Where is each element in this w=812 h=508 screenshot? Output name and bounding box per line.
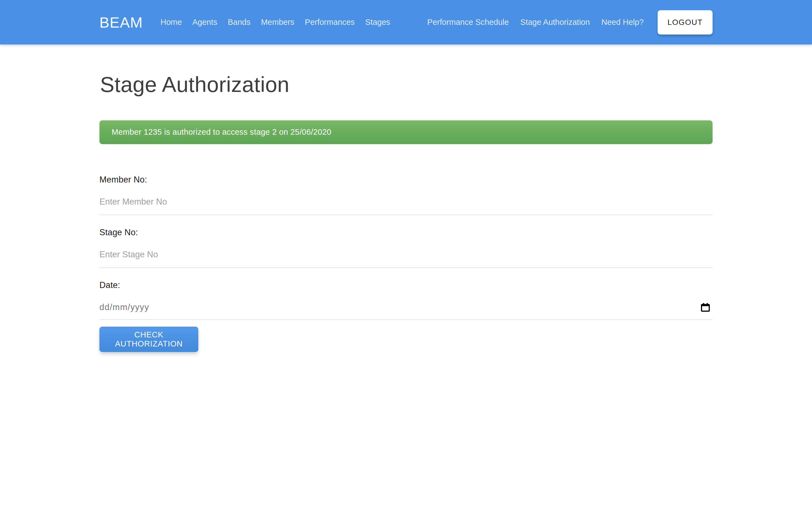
date-field: Date: dd/mm/yyyy xyxy=(99,280,713,320)
member-no-input[interactable] xyxy=(99,197,713,215)
stage-no-label: Stage No: xyxy=(99,227,713,238)
logout-button[interactable]: LOGOUT xyxy=(658,10,713,35)
top-navbar: BEAM Home Agents Bands Members Performan… xyxy=(0,0,812,44)
member-no-label: Member No: xyxy=(99,175,713,185)
date-label: Date: xyxy=(99,280,713,290)
nav-link-bands[interactable]: Bands xyxy=(228,18,250,27)
primary-nav: Home Agents Bands Members Performances S… xyxy=(160,18,390,27)
secondary-nav: Performance Schedule Stage Authorization… xyxy=(427,10,713,35)
success-alert-message: Member 1235 is authorized to access stag… xyxy=(112,128,331,137)
nav-link-agents[interactable]: Agents xyxy=(192,18,217,27)
stage-no-input[interactable] xyxy=(99,250,713,268)
date-input[interactable]: dd/mm/yyyy xyxy=(99,302,713,320)
calendar-icon[interactable] xyxy=(700,302,710,312)
nav-link-home[interactable]: Home xyxy=(160,18,182,27)
page-title: Stage Authorization xyxy=(100,73,713,96)
check-authorization-button[interactable]: CHECK AUTHORIZATION xyxy=(99,327,198,352)
nav-link-stages[interactable]: Stages xyxy=(365,18,390,27)
nav-link-performance-schedule[interactable]: Performance Schedule xyxy=(427,18,509,27)
nav-link-performances[interactable]: Performances xyxy=(305,18,355,27)
main-content: Stage Authorization Member 1235 is autho… xyxy=(0,73,812,352)
brand-logo[interactable]: BEAM xyxy=(99,14,143,31)
success-alert: Member 1235 is authorized to access stag… xyxy=(99,120,713,144)
nav-link-need-help[interactable]: Need Help? xyxy=(602,18,644,27)
member-no-field: Member No: xyxy=(99,175,713,215)
authorization-form: Member No: Stage No: Date: dd/mm/yyyy CH… xyxy=(99,175,713,352)
date-placeholder: dd/mm/yyyy xyxy=(99,302,149,312)
nav-link-stage-authorization[interactable]: Stage Authorization xyxy=(520,18,590,27)
nav-link-members[interactable]: Members xyxy=(261,18,294,27)
stage-no-field: Stage No: xyxy=(99,227,713,268)
